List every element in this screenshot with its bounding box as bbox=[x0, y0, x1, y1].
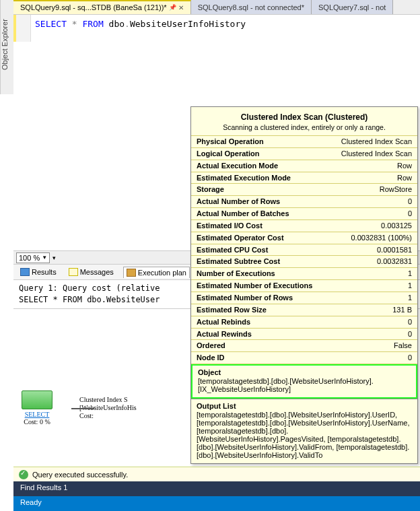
tab-results-label: Results bbox=[32, 268, 57, 276]
tooltip-row-label: Estimated Number of Executions bbox=[191, 280, 328, 292]
tooltip-row-value: 0.003125 bbox=[328, 219, 417, 232]
tooltip-output-section: Output List [temporalstagetestdb].[dbo].… bbox=[191, 399, 417, 463]
tooltip-row: StorageRowStore bbox=[191, 184, 417, 196]
sql-schema: dbo bbox=[109, 19, 125, 29]
tooltip-output-heading: Output List bbox=[197, 402, 412, 410]
status-text: Query executed successfully. bbox=[32, 471, 128, 479]
plan-select-label: SELECT bbox=[22, 411, 53, 418]
tooltip-row: Estimated I/O Cost0.003125 bbox=[191, 219, 417, 232]
tooltip-row: Estimated Subtree Cost0.0032831 bbox=[191, 256, 417, 268]
tooltip-row-label: Estimated Number of Rows bbox=[191, 292, 328, 304]
tooltip-row: Actual Rebinds0 bbox=[191, 316, 417, 328]
find-results-bar[interactable]: Find Results 1 bbox=[13, 481, 420, 496]
zoom-dropdown[interactable]: 100 % ▼ bbox=[16, 252, 50, 263]
tooltip-row-value: 0 bbox=[328, 328, 417, 340]
sql-star: * bbox=[72, 19, 77, 29]
sql-keyword-from: FROM bbox=[82, 19, 103, 29]
tab-sqlquery9[interactable]: SQLQuery9.sql - sq...STDB (BaneSa (121))… bbox=[13, 0, 191, 14]
plan-scan-cost: Cost: bbox=[79, 412, 94, 419]
tooltip-row-value: False bbox=[328, 340, 417, 352]
document-tabs: SQLQuery9.sql - sq...STDB (BaneSa (121))… bbox=[13, 0, 420, 15]
tooltip-row-value: 1 bbox=[328, 280, 417, 292]
tab-execution-plan[interactable]: Execution plan bbox=[123, 267, 190, 278]
tooltip-row-value: 0 bbox=[328, 196, 417, 208]
close-icon[interactable]: ✕ bbox=[178, 4, 184, 11]
plan-tooltip: Clustered Index Scan (Clustered) Scannin… bbox=[190, 106, 418, 464]
select-operator-icon bbox=[22, 390, 53, 409]
plan-scan-title: Clustered Index S bbox=[79, 396, 128, 403]
tooltip-row-label: Ordered bbox=[191, 340, 328, 352]
object-explorer-label: Object Explorer bbox=[1, 19, 9, 70]
sql-table: WebsiteUserInfoHistory bbox=[130, 19, 246, 29]
tooltip-row: Estimated Number of Rows1 bbox=[191, 292, 417, 304]
tooltip-object-body: [temporalstagetestdb].[dbo].[WebsiteUser… bbox=[198, 377, 374, 393]
tooltip-object-heading: Object bbox=[198, 368, 411, 376]
tooltip-row-label: Node ID bbox=[191, 352, 328, 364]
tooltip-row: Estimated Row Size131 B bbox=[191, 304, 417, 316]
tooltip-row-value: Clustered Index Scan bbox=[328, 136, 417, 148]
tooltip-desc: Scanning a clustered index, entirely or … bbox=[195, 123, 413, 131]
tooltip-row-label: Actual Number of Rows bbox=[191, 196, 328, 208]
tab-sqlquery8[interactable]: SQLQuery8.sql - not connected* bbox=[191, 0, 312, 14]
tooltip-row-value: 1 bbox=[328, 292, 417, 304]
tooltip-row-value: RowStore bbox=[328, 184, 417, 196]
tooltip-row-value: 0 bbox=[328, 352, 417, 364]
tooltip-row-label: Actual Rewinds bbox=[191, 328, 328, 340]
ready-bar: Ready bbox=[13, 496, 420, 511]
tooltip-row: Actual Rewinds0 bbox=[191, 328, 417, 340]
plan-node-select[interactable]: SELECT Cost: 0 % bbox=[22, 390, 53, 425]
tooltip-row: OrderedFalse bbox=[191, 340, 417, 352]
tooltip-row-value: 0.0001581 bbox=[328, 244, 417, 256]
tooltip-row-value: Clustered Index Scan bbox=[328, 147, 417, 160]
tooltip-row: Actual Number of Batches0 bbox=[191, 208, 417, 220]
tooltip-row: Actual Execution ModeRow bbox=[191, 160, 417, 172]
tab-label: SQLQuery7.sql - not bbox=[318, 3, 386, 11]
tooltip-row-value: Row bbox=[328, 172, 417, 184]
tooltip-row: Number of Executions1 bbox=[191, 268, 417, 280]
tooltip-row-label: Storage bbox=[191, 184, 328, 196]
status-bar: Query executed successfully. bbox=[13, 467, 420, 481]
plan-icon bbox=[127, 269, 136, 277]
editor-gutter bbox=[16, 15, 31, 42]
tab-results[interactable]: Results bbox=[18, 267, 59, 277]
tooltip-row: Estimated CPU Cost0.0001581 bbox=[191, 244, 417, 256]
plan-select-cost: Cost: 0 % bbox=[22, 418, 53, 425]
tooltip-row: Physical OperationClustered Index Scan bbox=[191, 136, 417, 148]
tooltip-row: Estimated Execution ModeRow bbox=[191, 172, 417, 184]
ready-label: Ready bbox=[20, 498, 42, 506]
tooltip-row-label: Estimated Execution Mode bbox=[191, 172, 328, 184]
tooltip-row-label: Estimated CPU Cost bbox=[191, 244, 328, 256]
tab-plan-label: Execution plan bbox=[138, 269, 186, 277]
tooltip-row-label: Estimated Operator Cost bbox=[191, 232, 328, 244]
tooltip-row-label: Physical Operation bbox=[191, 136, 328, 148]
plan-arrow bbox=[71, 408, 94, 409]
tooltip-row-label: Number of Executions bbox=[191, 268, 328, 280]
tooltip-output-body: [temporalstagetestdb].[dbo].[WebsiteUser… bbox=[197, 411, 410, 459]
tab-messages[interactable]: Messages bbox=[66, 267, 116, 277]
sql-editor[interactable]: SELECT * FROM dbo.WebsiteUserInfoHistory bbox=[13, 15, 420, 42]
tooltip-row-label: Estimated Row Size bbox=[191, 304, 328, 316]
tooltip-row-value: 1 bbox=[328, 268, 417, 280]
tooltip-row-value: 131 B bbox=[328, 304, 417, 316]
tooltip-row-label: Logical Operation bbox=[191, 147, 328, 160]
pin-icon[interactable]: 📌 bbox=[169, 4, 176, 11]
tab-label: SQLQuery8.sql - not connected* bbox=[198, 3, 304, 11]
tooltip-row-value: 0.0032831 (100%) bbox=[328, 232, 417, 244]
success-icon bbox=[19, 470, 28, 479]
tooltip-row-label: Estimated I/O Cost bbox=[191, 219, 328, 232]
tooltip-object-section: Object [temporalstagetestdb].[dbo].[Webs… bbox=[191, 364, 417, 399]
tooltip-row-value: 0.0032831 bbox=[328, 256, 417, 268]
messages-icon bbox=[69, 268, 78, 276]
tooltip-row: Logical OperationClustered Index Scan bbox=[191, 147, 417, 160]
tooltip-row-label: Actual Execution Mode bbox=[191, 160, 328, 172]
tooltip-row: Estimated Number of Executions1 bbox=[191, 280, 417, 292]
tab-sqlquery7[interactable]: SQLQuery7.sql - not bbox=[312, 0, 393, 14]
object-explorer-tab[interactable]: Object Explorer bbox=[0, 0, 13, 94]
tooltip-properties-table: Physical OperationClustered Index ScanLo… bbox=[191, 135, 417, 364]
tooltip-row-value: 0 bbox=[328, 208, 417, 220]
zoom-caret[interactable]: ▾ bbox=[53, 254, 56, 261]
zoom-value: 100 % bbox=[19, 254, 40, 262]
tooltip-row-value: Row bbox=[328, 160, 417, 172]
tooltip-row: Node ID0 bbox=[191, 352, 417, 364]
tab-label: SQLQuery9.sql - sq...STDB (BaneSa (121))… bbox=[20, 3, 167, 11]
